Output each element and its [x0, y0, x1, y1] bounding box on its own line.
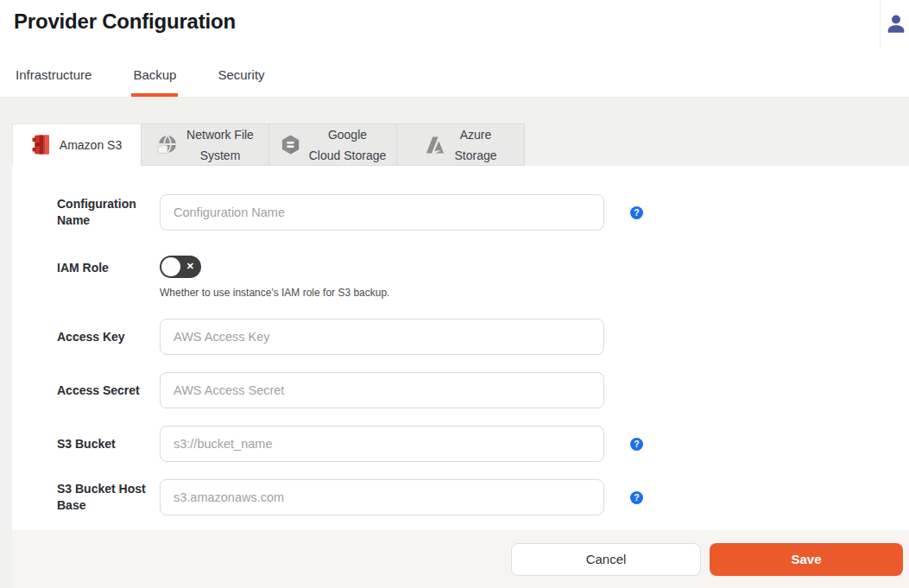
form-row-s3-bucket-host-base: S3 Bucket Host Base ?	[12, 479, 909, 515]
network-file-system-icon	[156, 134, 179, 156]
main-tabs: Infrastructure Backup Security	[14, 67, 267, 97]
form-panel: Configuration Name ? IAM Role ✕ Whether …	[12, 166, 909, 530]
user-icon-glyph	[885, 13, 907, 35]
tab-infrastructure[interactable]: Infrastructure	[14, 67, 93, 97]
s3-bucket-input[interactable]	[160, 426, 604, 462]
tab-backup[interactable]: Backup	[131, 67, 178, 97]
form-row-access-secret: Access Secret	[12, 372, 909, 408]
page-header: Provider Configuration Infrastructure Ba…	[0, 0, 909, 98]
iam-role-helper-text: Whether to use instance's IAM role for S…	[160, 287, 389, 299]
s3-bucket-host-base-input[interactable]	[160, 479, 604, 515]
help-icon[interactable]: ?	[630, 206, 643, 219]
azure-storage-icon	[424, 134, 446, 156]
page-title: Provider Configuration	[14, 9, 236, 34]
access-secret-input[interactable]	[160, 372, 604, 408]
provider-tab-label: Google Cloud Storage	[309, 124, 387, 166]
user-icon[interactable]	[885, 13, 907, 35]
save-button[interactable]: Save	[710, 543, 903, 576]
help-icon[interactable]: ?	[630, 438, 643, 451]
form-row-access-key: Access Key	[12, 319, 909, 355]
toggle-knob	[161, 257, 180, 276]
form-row-s3-bucket: S3 Bucket ?	[12, 426, 909, 462]
backup-content: Amazon S3 Network File System	[0, 98, 909, 588]
tab-security[interactable]: Security	[216, 67, 266, 97]
google-cloud-storage-icon	[280, 134, 301, 155]
provider-tab-google-cloud-storage[interactable]: Google Cloud Storage	[268, 123, 397, 166]
form-footer: Cancel Save	[12, 530, 909, 588]
provider-tab-network-file-system[interactable]: Network File System	[141, 123, 269, 166]
header-divider	[880, 0, 881, 48]
provider-tab-azure-storage[interactable]: Azure Storage	[396, 123, 525, 166]
s3-bucket-label: S3 Bucket	[57, 436, 160, 452]
provider-tabs: Amazon S3 Network File System	[12, 123, 909, 166]
s3-bucket-host-base-label: S3 Bucket Host Base	[57, 481, 160, 514]
help-icon[interactable]: ?	[630, 491, 643, 504]
provider-tab-label: Amazon S3	[60, 135, 122, 155]
access-secret-label: Access Secret	[57, 383, 160, 399]
iam-role-label: IAM Role	[57, 256, 160, 276]
toggle-off-icon: ✕	[186, 261, 194, 272]
configuration-name-label: Configuration Name	[57, 196, 160, 229]
form-row-iam-role: IAM Role ✕ Whether to use instance's IAM…	[12, 256, 909, 299]
provider-tab-label: Network File System	[186, 124, 254, 166]
configuration-name-input[interactable]	[160, 194, 604, 231]
amazon-s3-icon	[32, 133, 52, 156]
cancel-button[interactable]: Cancel	[511, 543, 701, 576]
iam-role-control: ✕ Whether to use instance's IAM role for…	[160, 256, 389, 299]
form-row-configuration-name: Configuration Name ?	[12, 194, 909, 231]
provider-configuration-page: Provider Configuration Infrastructure Ba…	[0, 0, 909, 588]
iam-role-toggle[interactable]: ✕	[160, 256, 201, 278]
access-key-input[interactable]	[160, 319, 604, 355]
access-key-label: Access Key	[57, 329, 160, 345]
provider-tab-amazon-s3[interactable]: Amazon S3	[12, 123, 142, 166]
provider-tab-label: Azure Storage	[454, 124, 496, 166]
